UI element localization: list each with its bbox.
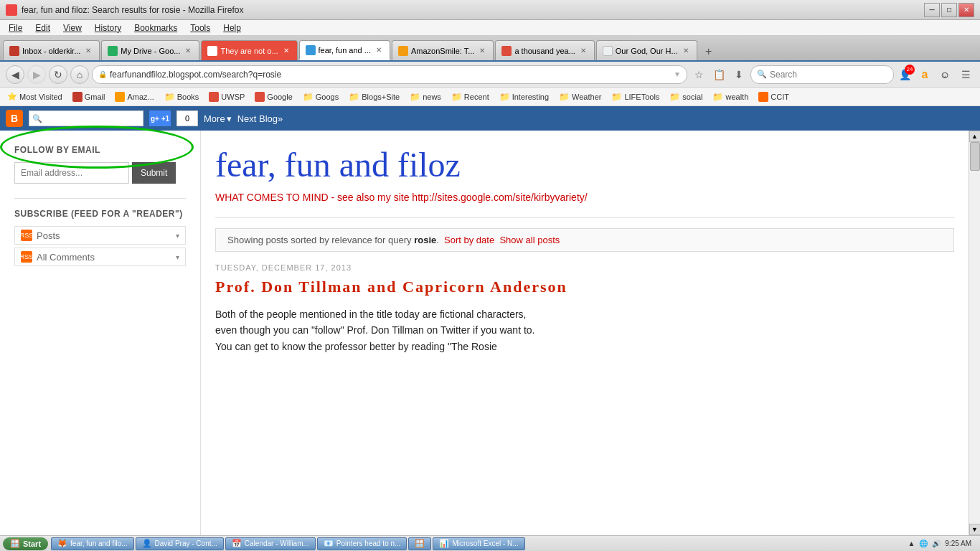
addon-amazon-icon[interactable]: a — [917, 67, 933, 83]
bookmark-wealth[interactable]: 📁 wealth — [708, 90, 753, 103]
menu-view[interactable]: View — [57, 22, 88, 34]
bookmark-gmail[interactable]: Gmail — [68, 90, 110, 103]
addon-notifications[interactable]: 👤 24 — [897, 67, 913, 83]
gmail-favicon — [9, 46, 19, 56]
tab-gplus[interactable]: a thousand yea... ✕ — [495, 40, 594, 60]
feed-posts[interactable]: RSS Posts ▾ — [14, 226, 186, 245]
page-info-icon[interactable]: 📋 — [710, 66, 727, 83]
scroll-thumb[interactable] — [970, 142, 980, 171]
bookmark-lifetools[interactable]: 📁 LIFETools — [607, 90, 664, 103]
menu-history[interactable]: History — [89, 22, 127, 34]
menu-bookmarks[interactable]: Bookmarks — [128, 22, 183, 34]
right-scrollbar[interactable]: ▲ ▼ — [969, 131, 980, 535]
taskbar-items: 🦊 fear, fun and filo... 👤 David Pray - C… — [51, 537, 899, 550]
taskbar-excel[interactable]: 📊 Microsoft Excel - N... — [433, 537, 524, 550]
comments-feed-arrow[interactable]: ▾ — [176, 253, 179, 261]
bookmark-social[interactable]: 📁 social — [665, 90, 707, 103]
search-box[interactable]: 🔍 — [750, 65, 894, 84]
bookmark-blogssite[interactable]: 📁 Blogs+Site — [344, 90, 404, 103]
gdrive-favicon — [108, 46, 118, 56]
tab-gmail[interactable]: Inbox - olderkir... ✕ — [3, 40, 100, 60]
tab-wiki[interactable]: Our God, Our H... ✕ — [596, 40, 697, 60]
blogger-search-box[interactable]: 🔍 — [29, 110, 143, 126]
bookmark-amazon[interactable]: Amaz... — [110, 90, 158, 103]
new-tab-button[interactable]: + — [700, 43, 717, 60]
gplus-favicon — [501, 46, 512, 56]
blogger-more-button[interactable]: More ▾ — [204, 113, 232, 124]
reload-button[interactable]: ↻ — [49, 65, 67, 84]
blogger-search-input[interactable] — [42, 114, 141, 123]
blogger-nextblog-button[interactable]: Next Blog» — [237, 113, 283, 124]
blog-title: fear, fun and filoz — [215, 145, 954, 184]
menu-help[interactable]: Help — [217, 22, 247, 34]
download-icon[interactable]: ⬇ — [730, 66, 748, 83]
tab-amazon-close[interactable]: ✕ — [477, 46, 487, 56]
subscribe-section: SUBSCRIBE (FEED FOR A "READER") RSS Post… — [14, 209, 186, 266]
addon-smiley-icon[interactable]: ☺ — [937, 67, 953, 83]
bookmark-google[interactable]: Google — [250, 90, 296, 103]
taskbar-excel-label: Microsoft Excel - N... — [452, 540, 518, 547]
tab-they[interactable]: They are not o... ✕ — [201, 40, 297, 60]
tab-gdrive[interactable]: My Drive - Goo... ✕ — [101, 40, 199, 60]
address-input-wrap[interactable]: 🔒 ▼ — [92, 65, 687, 84]
bookmark-books[interactable]: 📁 Books — [160, 90, 204, 103]
sort-by-date-link[interactable]: Sort by date — [444, 235, 494, 245]
address-dropdown-icon[interactable]: ▼ — [674, 70, 681, 78]
tray-up-arrow[interactable]: ▲ — [908, 540, 915, 547]
close-button[interactable]: ✕ — [958, 3, 974, 17]
tab-gplus-close[interactable]: ✕ — [578, 46, 588, 56]
taskbar-windows[interactable]: 🪟 — [408, 537, 431, 550]
tab-wiki-label: Our God, Our H... — [616, 47, 678, 55]
tab-fearfun[interactable]: fear, fun and ... ✕ — [299, 40, 390, 60]
taskbar-firefox[interactable]: 🦊 fear, fun and filo... — [51, 537, 134, 550]
posts-feed-arrow[interactable]: ▾ — [176, 232, 179, 240]
forward-button[interactable]: ▶ — [27, 65, 46, 84]
bookmark-uwsp[interactable]: UWSP — [204, 90, 249, 103]
start-button[interactable]: 🪟 Start — [3, 537, 48, 550]
search-input[interactable] — [770, 70, 887, 80]
title-bar-left: fear, fun and filoz: Search results for … — [6, 4, 243, 16]
taskbar-pointers[interactable]: 📧 Pointers head to n... — [317, 537, 407, 550]
bookmark-most-visited[interactable]: ⭐ Most Visited — [3, 90, 67, 103]
email-field[interactable] — [14, 162, 129, 184]
scroll-track[interactable] — [969, 142, 981, 524]
hamburger-menu-icon[interactable]: ☰ — [957, 66, 974, 83]
home-button[interactable]: ⌂ — [70, 65, 89, 84]
address-input[interactable] — [110, 70, 671, 80]
tab-amazon[interactable]: AmazonSmile: T... ✕ — [392, 40, 494, 60]
bookmark-interesting[interactable]: 📁 Interesting — [495, 90, 553, 103]
show-all-posts-link[interactable]: Show all posts — [499, 235, 560, 245]
uwsp-bk-icon — [209, 92, 219, 102]
taskbar-david[interactable]: 👤 David Pray - Cont... — [136, 537, 224, 550]
taskbar-calendar[interactable]: 📅 Calendar - William... — [225, 537, 316, 550]
bookmark-googs[interactable]: 📁 Googs — [298, 90, 343, 103]
page-body: FOLLOW BY EMAIL Submit SUBSCRIBE (FEED F… — [0, 131, 980, 535]
minimize-button[interactable]: ─ — [924, 3, 940, 17]
menu-tools[interactable]: Tools — [184, 22, 216, 34]
feed-comments[interactable]: RSS All Comments ▾ — [14, 248, 186, 266]
main-content: fear, fun and filoz WHAT COMES TO MIND -… — [201, 131, 969, 535]
bookmark-news[interactable]: 📁 news — [405, 90, 446, 103]
menu-edit[interactable]: Edit — [29, 22, 56, 34]
search-info-text: Showing posts sorted by relevance for qu… — [227, 235, 412, 245]
tab-wiki-close[interactable]: ✕ — [681, 46, 691, 56]
back-button[interactable]: ◀ — [6, 65, 24, 84]
bookmark-recent[interactable]: 📁 Recent — [447, 90, 494, 103]
submit-button[interactable]: Submit — [132, 162, 176, 184]
scroll-down-button[interactable]: ▼ — [969, 524, 981, 535]
tab-fearfun-close[interactable]: ✕ — [374, 45, 384, 55]
email-row: Submit — [14, 162, 186, 184]
blogger-gplus-button[interactable]: g+ +1 — [149, 110, 171, 126]
tab-gdrive-close[interactable]: ✕ — [183, 46, 193, 56]
maximize-button[interactable]: □ — [941, 3, 957, 17]
bookmark-ccit[interactable]: CCIT — [754, 90, 793, 103]
scroll-up-button[interactable]: ▲ — [969, 131, 981, 142]
blogger-gplus-count: 0 — [176, 110, 198, 126]
bookmark-weather[interactable]: 📁 Weather — [555, 90, 606, 103]
taskbar-pointers-label: Pointers head to n... — [336, 540, 401, 547]
amazon-bk-label: Amaz... — [127, 93, 154, 101]
menu-file[interactable]: File — [3, 22, 28, 34]
tab-gmail-close[interactable]: ✕ — [83, 46, 93, 56]
bookmark-star-icon[interactable]: ☆ — [690, 66, 707, 83]
tab-they-close[interactable]: ✕ — [281, 46, 291, 56]
